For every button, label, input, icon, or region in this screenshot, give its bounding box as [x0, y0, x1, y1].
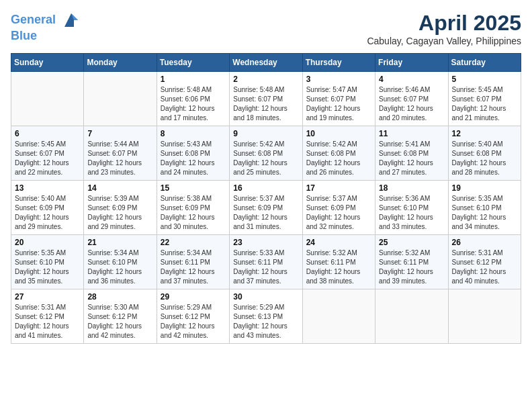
- calendar-cell: 10Sunrise: 5:42 AM Sunset: 6:08 PM Dayli…: [302, 126, 375, 181]
- cell-info: Sunrise: 5:40 AM Sunset: 6:08 PM Dayligh…: [452, 140, 517, 177]
- calendar-week-5: 27Sunrise: 5:31 AM Sunset: 6:12 PM Dayli…: [11, 289, 521, 344]
- month-year: April 2025: [367, 11, 521, 36]
- weekday-header-monday: Monday: [84, 54, 157, 72]
- weekday-header-wednesday: Wednesday: [230, 54, 302, 72]
- day-number: 30: [233, 292, 298, 302]
- cell-info: Sunrise: 5:43 AM Sunset: 6:08 PM Dayligh…: [161, 140, 226, 177]
- logo-blue: Blue: [11, 30, 81, 43]
- calendar-cell: 24Sunrise: 5:32 AM Sunset: 6:11 PM Dayli…: [302, 235, 375, 289]
- calendar-cell: [375, 289, 448, 344]
- cell-info: Sunrise: 5:32 AM Sunset: 6:11 PM Dayligh…: [379, 248, 444, 286]
- day-number: 2: [233, 75, 298, 84]
- logo: General Blue: [11, 11, 81, 43]
- calendar-cell: 27Sunrise: 5:31 AM Sunset: 6:12 PM Dayli…: [11, 289, 84, 344]
- calendar-cell: 22Sunrise: 5:34 AM Sunset: 6:11 PM Dayli…: [157, 235, 229, 289]
- cell-info: Sunrise: 5:31 AM Sunset: 6:12 PM Dayligh…: [15, 303, 80, 340]
- cell-info: Sunrise: 5:29 AM Sunset: 6:13 PM Dayligh…: [233, 303, 298, 340]
- page-header: General Blue April 2025 Cabulay, Cagayan…: [11, 11, 521, 46]
- day-number: 25: [379, 238, 444, 247]
- calendar-week-1: 1Sunrise: 5:48 AM Sunset: 6:06 PM Daylig…: [11, 72, 521, 126]
- calendar-cell: [84, 72, 157, 126]
- calendar-table: SundayMondayTuesdayWednesdayThursdayFrid…: [11, 53, 521, 344]
- weekday-header-tuesday: Tuesday: [157, 54, 229, 72]
- cell-info: Sunrise: 5:42 AM Sunset: 6:08 PM Dayligh…: [233, 140, 298, 177]
- day-number: 20: [15, 238, 80, 247]
- day-number: 1: [161, 75, 226, 84]
- cell-info: Sunrise: 5:34 AM Sunset: 6:10 PM Dayligh…: [87, 248, 152, 286]
- calendar-cell: 11Sunrise: 5:41 AM Sunset: 6:08 PM Dayli…: [375, 126, 448, 181]
- day-number: 4: [379, 75, 444, 84]
- day-number: 16: [233, 183, 298, 193]
- cell-info: Sunrise: 5:45 AM Sunset: 6:07 PM Dayligh…: [452, 85, 517, 123]
- calendar-cell: 2Sunrise: 5:48 AM Sunset: 6:07 PM Daylig…: [230, 72, 302, 126]
- calendar-cell: 18Sunrise: 5:36 AM Sunset: 6:10 PM Dayli…: [375, 181, 448, 235]
- calendar-cell: 19Sunrise: 5:35 AM Sunset: 6:10 PM Dayli…: [448, 181, 521, 235]
- cell-info: Sunrise: 5:29 AM Sunset: 6:12 PM Dayligh…: [161, 303, 226, 340]
- day-number: 26: [452, 238, 517, 247]
- day-number: 9: [233, 129, 298, 138]
- calendar-cell: 9Sunrise: 5:42 AM Sunset: 6:08 PM Daylig…: [230, 126, 302, 181]
- cell-info: Sunrise: 5:45 AM Sunset: 6:07 PM Dayligh…: [15, 140, 80, 177]
- calendar-cell: 26Sunrise: 5:31 AM Sunset: 6:12 PM Dayli…: [448, 235, 521, 289]
- cell-info: Sunrise: 5:42 AM Sunset: 6:08 PM Dayligh…: [306, 140, 371, 177]
- calendar-cell: 29Sunrise: 5:29 AM Sunset: 6:12 PM Dayli…: [157, 289, 229, 344]
- cell-info: Sunrise: 5:38 AM Sunset: 6:09 PM Dayligh…: [161, 194, 226, 232]
- day-number: 23: [233, 238, 298, 247]
- calendar-cell: [11, 72, 84, 126]
- cell-info: Sunrise: 5:37 AM Sunset: 6:09 PM Dayligh…: [233, 194, 298, 232]
- calendar-cell: 21Sunrise: 5:34 AM Sunset: 6:10 PM Dayli…: [84, 235, 157, 289]
- day-number: 12: [452, 129, 517, 138]
- logo-icon: [62, 11, 81, 30]
- title-block: April 2025 Cabulay, Cagayan Valley, Phil…: [367, 11, 521, 46]
- calendar-cell: 13Sunrise: 5:40 AM Sunset: 6:09 PM Dayli…: [11, 181, 84, 235]
- location: Cabulay, Cagayan Valley, Philippines: [367, 36, 521, 46]
- weekday-header-row: SundayMondayTuesdayWednesdayThursdayFrid…: [11, 54, 521, 72]
- cell-info: Sunrise: 5:35 AM Sunset: 6:10 PM Dayligh…: [452, 194, 517, 232]
- weekday-header-sunday: Sunday: [11, 54, 84, 72]
- logo-general: General: [11, 13, 56, 26]
- calendar-cell: 12Sunrise: 5:40 AM Sunset: 6:08 PM Dayli…: [448, 126, 521, 181]
- day-number: 29: [161, 292, 226, 302]
- day-number: 22: [161, 238, 226, 247]
- weekday-header-thursday: Thursday: [302, 54, 375, 72]
- calendar-week-2: 6Sunrise: 5:45 AM Sunset: 6:07 PM Daylig…: [11, 126, 521, 181]
- day-number: 18: [379, 183, 444, 193]
- day-number: 14: [87, 183, 152, 193]
- day-number: 13: [15, 183, 80, 193]
- calendar-cell: 6Sunrise: 5:45 AM Sunset: 6:07 PM Daylig…: [11, 126, 84, 181]
- day-number: 15: [161, 183, 226, 193]
- weekday-header-friday: Friday: [375, 54, 448, 72]
- calendar-cell: 4Sunrise: 5:46 AM Sunset: 6:07 PM Daylig…: [375, 72, 448, 126]
- day-number: 17: [306, 183, 371, 193]
- weekday-header-saturday: Saturday: [448, 54, 521, 72]
- calendar-cell: 15Sunrise: 5:38 AM Sunset: 6:09 PM Dayli…: [157, 181, 229, 235]
- cell-info: Sunrise: 5:30 AM Sunset: 6:12 PM Dayligh…: [87, 303, 152, 340]
- calendar-cell: 30Sunrise: 5:29 AM Sunset: 6:13 PM Dayli…: [230, 289, 302, 344]
- calendar-week-3: 13Sunrise: 5:40 AM Sunset: 6:09 PM Dayli…: [11, 181, 521, 235]
- day-number: 21: [87, 238, 152, 247]
- calendar-body: 1Sunrise: 5:48 AM Sunset: 6:06 PM Daylig…: [11, 72, 521, 344]
- cell-info: Sunrise: 5:39 AM Sunset: 6:09 PM Dayligh…: [87, 194, 152, 232]
- cell-info: Sunrise: 5:35 AM Sunset: 6:10 PM Dayligh…: [15, 248, 80, 286]
- calendar-cell: 17Sunrise: 5:37 AM Sunset: 6:09 PM Dayli…: [302, 181, 375, 235]
- day-number: 11: [379, 129, 444, 138]
- day-number: 7: [87, 129, 152, 138]
- calendar-cell: 5Sunrise: 5:45 AM Sunset: 6:07 PM Daylig…: [448, 72, 521, 126]
- calendar-cell: [302, 289, 375, 344]
- calendar-cell: 20Sunrise: 5:35 AM Sunset: 6:10 PM Dayli…: [11, 235, 84, 289]
- calendar-cell: 16Sunrise: 5:37 AM Sunset: 6:09 PM Dayli…: [230, 181, 302, 235]
- calendar-cell: 23Sunrise: 5:33 AM Sunset: 6:11 PM Dayli…: [230, 235, 302, 289]
- day-number: 3: [306, 75, 371, 84]
- cell-info: Sunrise: 5:36 AM Sunset: 6:10 PM Dayligh…: [379, 194, 444, 232]
- cell-info: Sunrise: 5:37 AM Sunset: 6:09 PM Dayligh…: [306, 194, 371, 232]
- calendar-cell: 1Sunrise: 5:48 AM Sunset: 6:06 PM Daylig…: [157, 72, 229, 126]
- cell-info: Sunrise: 5:46 AM Sunset: 6:07 PM Dayligh…: [379, 85, 444, 123]
- calendar-cell: 14Sunrise: 5:39 AM Sunset: 6:09 PM Dayli…: [84, 181, 157, 235]
- day-number: 10: [306, 129, 371, 138]
- day-number: 8: [161, 129, 226, 138]
- calendar-cell: 28Sunrise: 5:30 AM Sunset: 6:12 PM Dayli…: [84, 289, 157, 344]
- day-number: 24: [306, 238, 371, 247]
- cell-info: Sunrise: 5:48 AM Sunset: 6:07 PM Dayligh…: [233, 85, 298, 123]
- day-number: 5: [452, 75, 517, 84]
- cell-info: Sunrise: 5:41 AM Sunset: 6:08 PM Dayligh…: [379, 140, 444, 177]
